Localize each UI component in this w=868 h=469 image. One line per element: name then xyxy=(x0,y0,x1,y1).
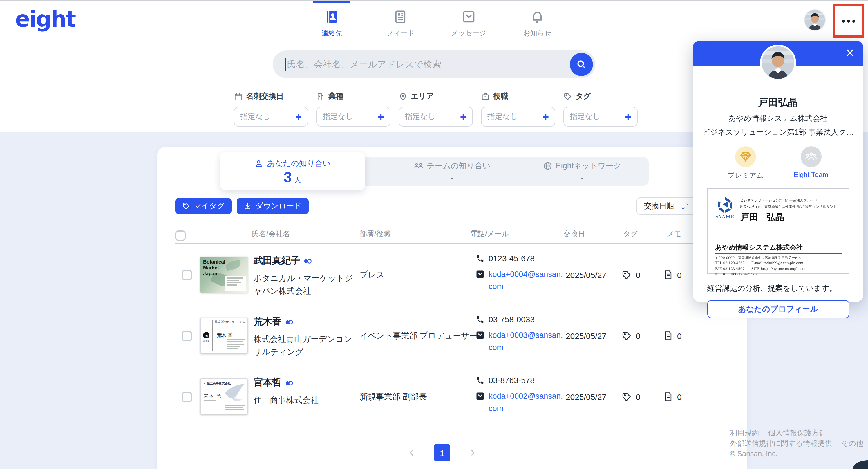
page-number-current[interactable]: 1 xyxy=(434,444,450,462)
contact-name[interactable]: 宮本哲 xyxy=(253,377,281,389)
search-bar xyxy=(273,51,595,78)
card-address: 〒000-0000 福岡県博多市中央区舞鶴5-7 青島第一ビル xyxy=(715,255,807,261)
email-icon xyxy=(476,392,485,401)
tab-team-contacts[interactable]: チームの知り合い - xyxy=(388,157,516,186)
eight-logo[interactable]: eight xyxy=(15,6,75,32)
footer-link-external-transmission[interactable]: 外部送信規律に関する情報提供 xyxy=(730,438,832,449)
search-input[interactable] xyxy=(286,59,570,70)
tag-icon xyxy=(621,392,632,402)
filter-label: タグ xyxy=(576,91,591,101)
contact-phone: 0123-45-678 xyxy=(489,254,535,263)
card-name: 荒木 香 xyxy=(217,332,232,339)
contact-list: Botanical Market Japan 武田真紀子 ポタニカル・マーケット… xyxy=(175,244,727,427)
contact-email[interactable]: koda+0003@sansan.com xyxy=(489,330,566,354)
tag-icon xyxy=(563,92,572,101)
profile-name: 戸田弘晶 xyxy=(693,96,863,109)
close-icon[interactable] xyxy=(845,48,855,58)
exchange-date: 2025/05/27 xyxy=(566,331,606,341)
col-header-tag: タグ xyxy=(623,229,638,239)
phone-icon xyxy=(476,254,485,263)
tab-eight-network[interactable]: Eightネットワーク - xyxy=(516,157,649,186)
area-pin-icon xyxy=(399,92,407,101)
phone-icon xyxy=(476,315,485,324)
footer-link-terms[interactable]: 利用規約 xyxy=(730,428,759,438)
profile-badges: プレミアム Eight Team xyxy=(693,146,863,180)
add-filter-icon[interactable]: + xyxy=(542,111,549,122)
tab-value: - xyxy=(581,173,584,182)
col-header-contact: 電話/メール xyxy=(470,229,509,239)
agc-logo: ◉ xyxy=(203,332,210,339)
profile-avatar[interactable] xyxy=(760,45,796,81)
col-header-name: 氏名/会社名 xyxy=(252,229,290,239)
download-button[interactable]: ダウンロード xyxy=(237,198,308,214)
prev-page-icon[interactable] xyxy=(407,448,416,458)
eight-team-badge[interactable]: Eight Team xyxy=(794,146,829,180)
nav-tab-contacts[interactable]: 連絡先 xyxy=(313,1,351,38)
phone-icon xyxy=(476,376,485,385)
contact-count: 3 xyxy=(284,169,292,185)
row-checkbox[interactable] xyxy=(182,392,192,402)
nav-tab-messages[interactable]: メッセージ xyxy=(450,1,488,38)
table-row[interactable]: ▼ 住三商事株式会社 宮本 哲 宮本哲 住三商事株式会社 xyxy=(175,366,727,427)
business-card-thumbnail[interactable]: ▼ 住三商事株式会社 宮本 哲 xyxy=(200,378,248,414)
tab-your-contacts[interactable]: あなたの知り合い 3人 xyxy=(220,152,365,190)
contact-email[interactable]: koda+0004@sansan.com xyxy=(489,269,566,293)
table-row[interactable]: Botanical Market Japan 武田真紀子 ポタニカル・マーケット… xyxy=(175,244,727,305)
footer-copyright: © Sansan, Inc. xyxy=(730,449,777,460)
add-filter-icon[interactable]: + xyxy=(625,111,631,122)
search-icon xyxy=(576,59,587,70)
contact-name[interactable]: 荒木香 xyxy=(253,316,281,328)
row-checkbox[interactable] xyxy=(182,331,192,341)
footer-link-others[interactable]: その他 xyxy=(841,438,863,449)
chat-widget-corner[interactable] xyxy=(853,460,868,469)
card-logo-text: AGC xyxy=(203,340,209,343)
card-company: 株式会社青山ガーデンコンサルティング xyxy=(215,320,246,323)
card-fax: FAX 03-123-4567 SITE https://ayame.examp… xyxy=(715,266,807,272)
next-page-icon[interactable] xyxy=(468,448,477,458)
industry-icon xyxy=(316,92,325,101)
main-nav: 連絡先 フィード メッセージ お知らせ xyxy=(313,1,556,38)
business-card-thumbnail[interactable]: 株式会社青山ガーデンコンサルティング ◉ AGC 荒木 香 xyxy=(200,318,248,353)
nav-tab-label: フィード xyxy=(386,28,414,38)
contacts-icon xyxy=(324,9,339,24)
user-avatar[interactable] xyxy=(804,9,826,31)
add-filter-icon[interactable]: + xyxy=(460,111,466,122)
filter-label: エリア xyxy=(411,91,434,101)
mytag-button[interactable]: マイタグ xyxy=(175,198,231,214)
add-filter-icon[interactable]: + xyxy=(378,111,384,122)
contact-name[interactable]: 武田真紀子 xyxy=(253,255,300,267)
download-label: ダウンロード xyxy=(255,201,302,211)
tab-value: - xyxy=(451,173,454,182)
memo-icon xyxy=(663,392,673,402)
your-profile-button[interactable]: あなたのプロフィール xyxy=(707,300,849,318)
contact-email[interactable]: koda+0002@sansan.com xyxy=(489,391,566,415)
business-card-thumbnail[interactable]: Botanical Market Japan xyxy=(200,257,248,293)
filter-value-box[interactable]: 指定なし + xyxy=(563,107,638,126)
card-dept-line2: 部長代理（財）東京経済生産性本部 認定 経営コンサルタント xyxy=(740,204,845,210)
add-filter-icon[interactable]: + xyxy=(295,111,302,122)
premium-badge[interactable]: プレミアム xyxy=(728,146,764,180)
filter-value-box[interactable]: 指定なし + xyxy=(234,107,308,126)
nav-tab-notifications[interactable]: お知らせ xyxy=(518,1,556,38)
search-button[interactable] xyxy=(570,53,593,76)
table-row[interactable]: 株式会社青山ガーデンコンサルティング ◉ AGC 荒木 香 荒木香 株式会社青山… xyxy=(175,305,727,366)
contact-count-unit: 人 xyxy=(294,176,301,184)
tab-label: あなたの知り合い xyxy=(267,158,331,169)
profile-popover: 戸田弘晶 あやめ情報システム株式会社 ビジネスソリューション第1部 事業法人グ…… xyxy=(693,41,863,302)
filter-value-box[interactable]: 指定なし + xyxy=(481,107,555,126)
row-checkbox[interactable] xyxy=(182,270,192,281)
more-menu-button[interactable] xyxy=(833,4,864,38)
filter-value-box[interactable]: 指定なし + xyxy=(399,107,473,126)
memo-icon xyxy=(663,331,673,341)
filter-value: 指定なし xyxy=(487,112,518,122)
person-icon xyxy=(254,159,264,168)
footer-link-privacy[interactable]: 個人情報保護方針 xyxy=(768,428,826,438)
bird-watermark xyxy=(223,382,246,402)
card-mobile: MOBILE 060-1234-5678 xyxy=(715,272,807,277)
tag-count: 0 xyxy=(636,392,641,402)
profile-business-card[interactable]: AYAME ビジネスソリューション第1部 事業法人グループ 部長代理（財）東京経… xyxy=(707,188,849,274)
nav-tab-feed[interactable]: フィード xyxy=(381,1,420,38)
profile-dept: ビジネスソリューション第1部 事業法人グ… xyxy=(693,127,863,138)
profile-company: あやめ情報システム株式会社 xyxy=(693,113,863,124)
filter-value-box[interactable]: 指定なし + xyxy=(316,107,391,126)
